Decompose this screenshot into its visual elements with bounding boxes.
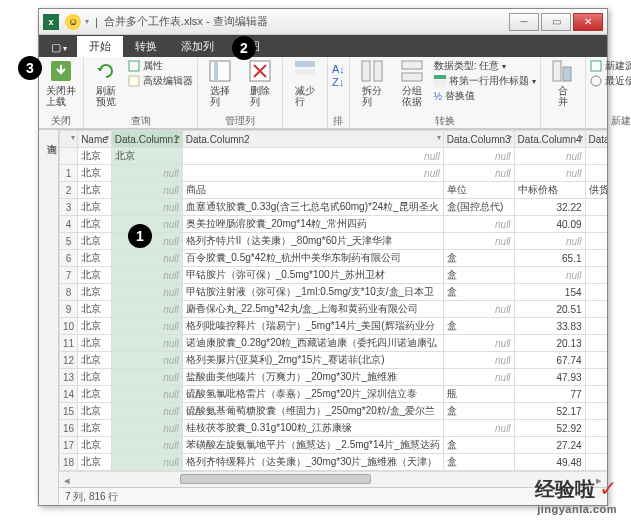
cell[interactable]: 北京 (78, 437, 112, 454)
cell[interactable]: 硫酸氨基葡萄糖胶囊（维固力）_250mg*20粒/盒_爱尔兰 (182, 403, 443, 420)
cell[interactable]: 154 (514, 284, 585, 301)
rownum-cell[interactable]: 13 (60, 369, 78, 386)
tab-transform[interactable]: 转换 (123, 36, 169, 57)
cell[interactable]: null (111, 250, 182, 267)
minimize-button[interactable]: ─ (509, 13, 539, 31)
cell[interactable]: 格列吡嗪控释片（瑞易宁）_5mg*14片_美国(辉瑞药业分 (182, 318, 443, 335)
cell[interactable]: 北京 (78, 352, 112, 369)
table-row[interactable]: 7 北京 null甲钴胺片（弥可保）_0.5mg*100片_苏州卫材盒null (60, 267, 608, 284)
cell[interactable]: 52.17 (514, 403, 585, 420)
cell[interactable]: null (111, 301, 182, 318)
recent-source-button[interactable]: 最近使用的源 ▾ (590, 74, 631, 88)
cell[interactable]: null (443, 148, 514, 165)
cell[interactable] (585, 199, 607, 216)
cell[interactable] (585, 335, 607, 352)
cell[interactable]: 诺迪康胶囊_0.28g*20粒_西藏诺迪康（委托四川诺迪康弘 (182, 335, 443, 352)
cell[interactable]: null (514, 267, 585, 284)
table-row[interactable]: 6 北京 null百令胶囊_0.5g*42粒_杭州中美华东制药有限公司盒65.1 (60, 250, 608, 267)
maximize-button[interactable]: ▭ (541, 13, 571, 31)
cell[interactable]: null (514, 233, 585, 250)
table-row[interactable]: 11 北京 null诺迪康胶囊_0.28g*20粒_西藏诺迪康（委托四川诺迪康弘… (60, 335, 608, 352)
cell[interactable]: null (111, 403, 182, 420)
cell[interactable] (585, 267, 607, 284)
cell[interactable]: 盒 (443, 284, 514, 301)
table-row[interactable]: 2 北京 null商品单位中标价格供货 (60, 182, 608, 199)
cell[interactable]: 苯磺酸左旋氨氯地平片（施慧达）_2.5mg*14片_施慧达药 (182, 437, 443, 454)
cell[interactable]: null (182, 165, 443, 182)
cell[interactable]: 商品 (182, 182, 443, 199)
cell[interactable]: 供货 (585, 182, 607, 199)
cell[interactable] (585, 403, 607, 420)
cell[interactable]: 52.92 (514, 420, 585, 437)
cell[interactable]: 北京 (78, 335, 112, 352)
cell[interactable]: 血塞通软胶囊_0.33g(含三七总皂甙60mg)*24粒_昆明圣火 (182, 199, 443, 216)
cell[interactable] (585, 284, 607, 301)
rownum-header[interactable]: ▾ (60, 131, 78, 148)
cell[interactable] (585, 216, 607, 233)
cell[interactable]: 77 (514, 386, 585, 403)
cell[interactable]: 单位 (443, 182, 514, 199)
cell[interactable]: 盒(国控总代) (443, 199, 514, 216)
rownum-cell[interactable]: 17 (60, 437, 78, 454)
reduce-rows-button[interactable]: 减少 行 (287, 59, 323, 107)
rownum-cell[interactable]: 15 (60, 403, 78, 420)
cell[interactable]: 北京 (78, 318, 112, 335)
choose-columns-button[interactable]: 选择 列 (202, 59, 238, 107)
rownum-cell[interactable]: 11 (60, 335, 78, 352)
cell[interactable]: 27.24 (514, 437, 585, 454)
cell[interactable]: null (111, 165, 182, 182)
rownum-cell[interactable]: 4 (60, 216, 78, 233)
cell[interactable]: null (111, 199, 182, 216)
table-row[interactable]: 8 北京 null甲钴胺注射液（弥可保）_1ml:0.5mg/支*10支/盒_日… (60, 284, 608, 301)
sort-desc-button[interactable]: Z↓ (332, 76, 345, 88)
cell[interactable]: 北京 (78, 233, 112, 250)
cell[interactable]: 67.74 (514, 352, 585, 369)
cell[interactable]: null (182, 148, 443, 165)
cell[interactable]: 格列美脲片(亚莫利)_2mg*15片_赛诺菲(北京) (182, 352, 443, 369)
rownum-cell[interactable]: 16 (60, 420, 78, 437)
cell[interactable]: 北京 (78, 301, 112, 318)
table-row[interactable]: 18 北京 null格列齐特缓释片（达美康）_30mg*30片_施维雅（天津）盒… (60, 454, 608, 471)
rownum-cell[interactable]: 12 (60, 352, 78, 369)
table-row[interactable]: 1 北京 nullnullnullnull (60, 165, 608, 182)
cell[interactable]: 47.93 (514, 369, 585, 386)
rownum-cell[interactable]: 8 (60, 284, 78, 301)
table-row[interactable]: 10 北京 null格列吡嗪控释片（瑞易宁）_5mg*14片_美国(辉瑞药业分盒… (60, 318, 608, 335)
replace-values-button[interactable]: ½替换值 (434, 89, 536, 103)
cell[interactable]: 北京 (78, 182, 112, 199)
group-by-button[interactable]: 分组 依据 (394, 59, 430, 107)
cell[interactable]: 40.09 (514, 216, 585, 233)
dropdown-icon[interactable]: ▾ (85, 17, 89, 26)
cell[interactable]: 北京 (78, 199, 112, 216)
table-row[interactable]: 16 北京 null桂枝茯苓胶囊_0.31g*100粒_江苏康缘null52.9… (60, 420, 608, 437)
advanced-editor-button[interactable]: 高级编辑器 (128, 74, 193, 88)
cell[interactable] (585, 250, 607, 267)
rownum-cell[interactable]: 1 (60, 165, 78, 182)
cell[interactable]: 格列齐特缓释片（达美康）_30mg*30片_施维雅（天津） (182, 454, 443, 471)
data-type-dropdown[interactable]: 数据类型: 任意 ▾ (434, 59, 536, 73)
cell[interactable]: null (111, 386, 182, 403)
cell[interactable]: 甲钴胺注射液（弥可保）_1ml:0.5mg/支*10支/盒_日本卫 (182, 284, 443, 301)
cell[interactable]: null (111, 352, 182, 369)
horizontal-scrollbar[interactable]: ◂ ▸ (59, 471, 607, 487)
col-header-c1[interactable]: Data.Column1▾ (111, 131, 182, 148)
col-header-name[interactable]: Name▾ (78, 131, 112, 148)
cell[interactable] (585, 301, 607, 318)
cell[interactable]: 北京 (78, 216, 112, 233)
cell[interactable]: 盒 (443, 454, 514, 471)
cell[interactable]: 盐酸曲美他嗪片（万爽力）_20mg*30片_施维雅 (182, 369, 443, 386)
cell[interactable]: 北京 (78, 165, 112, 182)
cell[interactable]: null (111, 335, 182, 352)
cell[interactable]: null (443, 352, 514, 369)
table-row[interactable]: 13 北京 null盐酸曲美他嗪片（万爽力）_20mg*30片_施维雅null4… (60, 369, 608, 386)
row-header-cell[interactable] (60, 148, 78, 165)
cell[interactable]: 百令胶囊_0.5g*42粒_杭州中美华东制药有限公司 (182, 250, 443, 267)
data-grid[interactable]: ▾ Name▾ Data.Column1▾ Data.Column2▾ Data… (59, 130, 607, 471)
cell[interactable]: 盒 (443, 403, 514, 420)
col-header-c5[interactable]: Data.Col (585, 131, 607, 148)
cell[interactable]: 北京 (78, 454, 112, 471)
cell[interactable]: 北京 (78, 250, 112, 267)
cell[interactable] (585, 233, 607, 250)
rownum-cell[interactable]: 9 (60, 301, 78, 318)
cell[interactable] (585, 165, 607, 182)
